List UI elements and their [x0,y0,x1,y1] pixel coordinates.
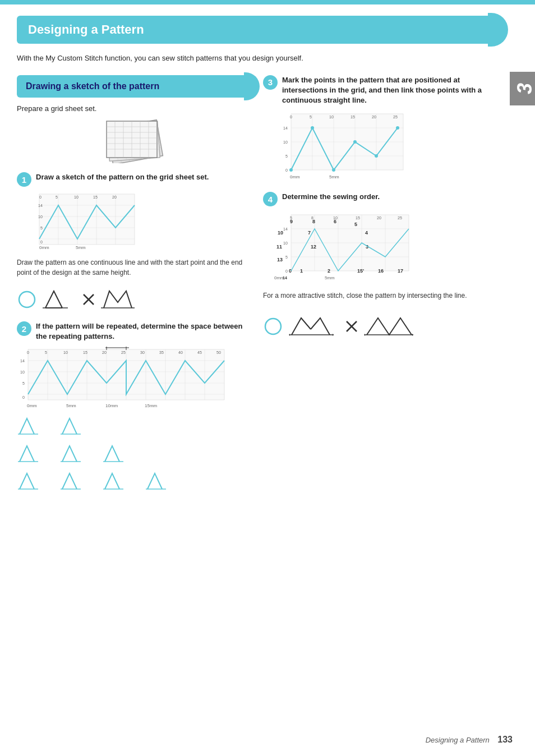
svg-text:0: 0 [285,168,288,172]
svg-text:1: 1 [300,268,303,274]
subsection-title: Drawing a sketch of the pattern [26,81,159,93]
svg-text:13: 13 [277,257,283,262]
svg-text:25: 25 [121,351,126,354]
step3-chart: 0 5 10 15 20 25 0 5 10 14 0mm 5mm [280,111,409,184]
x-icon [82,293,95,306]
svg-text:15': 15' [357,268,364,274]
svg-text:10: 10 [20,370,25,374]
main-content: Designing a Pattern With the My Custom S… [0,4,515,756]
svg-text:5mm: 5mm [329,174,339,179]
svg-text:10: 10 [329,115,334,119]
stitch-icon [101,285,135,314]
svg-text:50: 50 [216,351,221,354]
svg-text:0: 0 [285,269,288,273]
svg-text:2: 2 [328,268,330,274]
footer-text: Designing a Pattern [426,736,490,744]
svg-text:11: 11 [276,244,282,250]
step1-row: 1 Draw a sketch of the pattern on the gr… [17,172,252,187]
page-footer: Designing a Pattern 133 [426,735,513,745]
svg-text:15: 15 [356,216,360,220]
svg-point-128 [375,154,378,158]
stitch-repeat-4b [59,468,99,493]
svg-text:10: 10 [283,241,288,245]
svg-text:7: 7 [308,230,311,236]
svg-text:20: 20 [372,115,376,119]
page-title-header: Designing a Pattern [17,16,498,44]
page-container: Designing a Pattern With the My Custom S… [0,4,535,756]
step3-text: Mark the points in the pattern that are … [282,75,498,106]
step2-label: 2 [17,321,31,336]
svg-text:15: 15 [93,195,98,199]
svg-text:0: 0 [22,395,25,399]
svg-text:0mm: 0mm [290,174,300,179]
subsection-header: Drawing a sketch of the pattern [17,75,252,98]
svg-marker-170 [289,334,290,336]
svg-text:16: 16 [378,268,384,274]
stitch-repeat-3b [59,440,99,465]
step4-x-icon [345,320,358,333]
left-column: Drawing a sketch of the pattern Prepare … [17,75,252,497]
svg-text:35: 35 [159,351,164,354]
step4-good-stitch [289,310,339,343]
svg-text:15: 15 [83,351,87,354]
step4-chart: 5 8 10 15 20 25 0 5 10 14 0mm 14 5mm [274,212,414,285]
svg-text:14: 14 [38,204,43,208]
stitch-repeat-3a [17,440,56,465]
stitch-repeat-3c [102,440,141,465]
svg-text:15: 15 [350,115,355,119]
svg-text:5: 5 [22,381,25,385]
step4-pattern-icons [263,310,498,343]
svg-text:14: 14 [283,227,288,231]
step1-body: Draw the pattern as one continuous line … [17,257,252,278]
svg-rect-33 [39,194,135,245]
svg-text:4: 4 [365,230,368,236]
page-title: Designing a Pattern [28,22,144,37]
step4-text: Determine the sewing order. [282,192,380,202]
svg-text:0mm: 0mm [27,403,37,408]
svg-point-53 [19,292,35,307]
step1-label: 1 [17,172,31,187]
stitch-repeat-4d [145,468,184,493]
svg-text:5: 5 [285,255,288,259]
step2-row: 2 If the pattern will be repeated, deter… [17,321,252,342]
svg-point-125 [311,126,314,130]
repeat-row-3 [17,440,141,465]
step2-chart: 0 5 10 15 20 25 30 35 40 45 50 0 5 10 14 [17,347,230,408]
svg-text:14: 14 [20,359,25,363]
svg-text:14: 14 [283,126,288,130]
svg-text:0mm: 0mm [39,245,49,250]
svg-text:5mm: 5mm [66,403,76,408]
svg-text:10: 10 [283,140,288,144]
svg-text:5mm: 5mm [325,275,335,280]
svg-text:45: 45 [197,351,202,354]
right-column: 3 Mark the points in the pattern that ar… [263,75,498,497]
svg-text:14: 14 [283,276,287,280]
svg-text:0: 0 [290,115,292,119]
diamond-arrow-icon [43,285,76,314]
step4-label: 4 [263,192,278,206]
svg-text:5: 5 [45,351,47,354]
svg-text:15mm: 15mm [145,403,158,408]
stitch-repeat-2b [59,413,99,438]
footer-num: 133 [497,735,513,744]
repeat-patterns [17,413,252,493]
svg-text:20: 20 [377,216,381,220]
svg-text:12: 12 [311,244,316,250]
tab-label: 3 [510,72,535,105]
svg-point-168 [265,319,281,334]
pattern-icons-row [17,285,252,314]
svg-text:5: 5 [285,154,288,158]
svg-text:5: 5 [310,115,312,119]
svg-text:5: 5 [56,195,58,199]
step4-body: For a more attractive stitch, close the … [263,291,498,301]
svg-text:0: 0 [40,240,43,244]
step4-circle-icon [263,316,283,336]
svg-text:10mm: 10mm [105,403,118,408]
svg-point-129 [396,126,399,130]
svg-marker-176 [412,334,413,336]
svg-text:10: 10 [63,351,68,354]
svg-text:30: 30 [140,351,145,354]
step1-text: Draw a sketch of the pattern on the grid… [36,172,209,182]
repeat-row-2 [17,413,99,438]
svg-text:5: 5 [354,222,357,227]
